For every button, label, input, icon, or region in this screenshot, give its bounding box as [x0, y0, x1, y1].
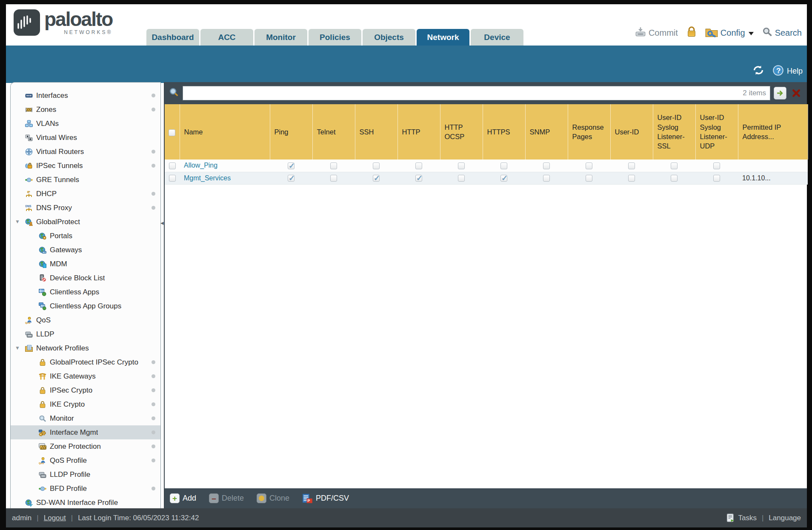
commit-button[interactable]: Commit [635, 27, 678, 39]
sidebar-item-network-profiles[interactable]: ▼Network Profiles [11, 341, 160, 355]
clone-button[interactable]: Clone [257, 493, 289, 503]
cell-checkbox-https [500, 162, 507, 169]
sidebar-item-dns-proxy[interactable]: DNSDNS Proxy [11, 201, 160, 215]
column-header-telnet[interactable]: Telnet [312, 104, 355, 160]
table-row: Mgmt_Services10.1.10... [165, 172, 808, 184]
sidebar-item-monitor[interactable]: Monitor [11, 411, 160, 425]
lock-icon [39, 400, 47, 408]
pdf-csv-button[interactable]: P PDF/CSV [302, 493, 349, 504]
column-header-name[interactable]: Name [180, 104, 270, 160]
sidebar-item-label: VLANs [36, 120, 59, 128]
sidebar-item-ipsec-crypto[interactable]: IPSec Crypto [11, 383, 160, 397]
sidebar-item-zone-protection[interactable]: Zone Protection [11, 439, 160, 453]
row-name-link[interactable]: Allow_Ping [184, 162, 217, 169]
help-icon[interactable]: ? [773, 65, 783, 78]
row-select-checkbox[interactable] [169, 175, 176, 182]
column-header-http[interactable]: HTTP [397, 104, 440, 160]
status-right: Tasks | Language [726, 513, 801, 523]
gre-tunnels-icon [25, 176, 33, 184]
sidebar-item-virtual-wires[interactable]: Virtual Wires [11, 131, 160, 145]
top-actions: Commit Config Search [626, 26, 802, 40]
status-user: admin [12, 514, 31, 522]
sidebar-item-lldp-profile[interactable]: LLDP Profile [11, 467, 160, 482]
select-all-checkbox[interactable] [169, 129, 175, 136]
collapse-sidebar-handle[interactable]: ◂ [160, 219, 164, 227]
sidebar-item-qos-profile[interactable]: QoSQoS Profile [11, 453, 160, 467]
sidebar-item-clientless-apps[interactable]: Clientless Apps [11, 285, 160, 299]
sidebar-item-dhcp[interactable]: IPDHCP [11, 187, 160, 201]
column-header-ssh[interactable]: SSH [355, 104, 397, 160]
row-select-checkbox[interactable] [169, 162, 176, 169]
sidebar-item-globalprotect-ipsec-crypto[interactable]: GlobalProtect IPSec Crypto [11, 355, 160, 369]
expander-triangle-icon[interactable]: ▼ [15, 345, 20, 351]
qos-profile-icon: QoS [39, 456, 47, 464]
sidebar-item-label: Interfaces [36, 91, 68, 100]
sidebar-item-lldp[interactable]: LLDP [11, 327, 160, 341]
language-label[interactable]: Language [769, 514, 801, 522]
sidebar-item-label: BFD Profile [50, 484, 87, 493]
column-header-permitted-ip-address-[interactable]: Permitted IP Address... [738, 104, 808, 160]
sidebar-item-dot [152, 150, 155, 154]
sidebar-item-interfaces[interactable]: Interfaces [11, 88, 160, 103]
tab-objects[interactable]: Objects [363, 29, 415, 46]
column-header-ping[interactable]: Ping [270, 104, 312, 160]
expander-triangle-icon[interactable]: ▼ [15, 219, 20, 225]
permitted-ip-cell: 10.1.10... [738, 172, 808, 184]
help-label[interactable]: Help [787, 67, 803, 76]
sidebar-item-dot [152, 487, 155, 490]
column-header-https[interactable]: HTTPS [483, 104, 525, 160]
monitor-icon [39, 414, 47, 422]
column-header-http-ocsp[interactable]: HTTP OCSP [440, 104, 483, 160]
status-bar: admin | Logout | Last Login Time: 06/05/… [6, 508, 807, 527]
search-button[interactable]: Search [762, 27, 802, 39]
tab-acc[interactable]: ACC [200, 29, 253, 46]
lock-icon [39, 358, 47, 366]
sidebar-item-label: IKE Crypto [50, 400, 85, 409]
sidebar-item-clientless-app-groups[interactable]: Clientless App Groups [11, 299, 160, 313]
tab-device[interactable]: Device [471, 29, 523, 46]
logout-link[interactable]: Logout [44, 514, 66, 522]
sidebar-item-interface-mgmt[interactable]: Interface Mgmt [11, 425, 160, 439]
tasks-label[interactable]: Tasks [738, 514, 756, 522]
cell-checkbox-telnet [330, 162, 337, 169]
interface-mgmt-icon [39, 428, 47, 436]
tab-policies[interactable]: Policies [309, 29, 361, 46]
sidebar-item-mdm[interactable]: MDM [11, 257, 160, 271]
column-header-response-pages[interactable]: Response Pages [568, 104, 610, 160]
refresh-icon[interactable] [752, 65, 764, 78]
sidebar-item-vlans[interactable]: VLANs [11, 117, 160, 131]
column-header-user-id-syslog-listener-udp[interactable]: User-ID Syslog Listener-UDP [695, 104, 738, 160]
sidebar-item-qos[interactable]: QoSQoS [11, 313, 160, 327]
sidebar-item-sd-wan-interface-profile[interactable]: SD-WAN Interface Profile [11, 496, 160, 508]
sidebar-item-ike-crypto[interactable]: IKE Crypto [11, 397, 160, 411]
row-name-link[interactable]: Mgmt_Services [184, 174, 231, 182]
sidebar-item-virtual-routers[interactable]: Virtual Routers [11, 145, 160, 159]
network-profiles-icon [25, 344, 33, 352]
tab-monitor[interactable]: Monitor [254, 29, 307, 46]
filter-input[interactable] [183, 86, 770, 100]
sidebar-item-gre-tunnels[interactable]: GRE Tunnels [11, 173, 160, 187]
apply-filter-button[interactable] [774, 87, 786, 100]
sdwan-icon [25, 499, 33, 507]
tab-network[interactable]: Network [417, 29, 469, 46]
sidebar-item-label: Zones [36, 105, 56, 114]
tab-dashboard[interactable]: Dashboard [146, 29, 199, 46]
sidebar-item-ike-gateways[interactable]: IKE Gateways [11, 369, 160, 383]
column-header-user-id-syslog-listener-ssl[interactable]: User-ID Syslog Listener-SSL [653, 104, 695, 160]
config-menu-button[interactable]: Config [705, 26, 754, 40]
sidebar-item-zones[interactable]: Zones [11, 103, 160, 117]
sidebar-item-bfd-profile[interactable]: BFD Profile [11, 482, 160, 496]
column-header-snmp[interactable]: SNMP [525, 104, 568, 160]
delete-label: Delete [222, 494, 244, 503]
sidebar-item-globalprotect[interactable]: ▼GlobalProtect [11, 215, 160, 229]
column-header-user-id[interactable]: User-ID [610, 104, 653, 160]
delete-button[interactable]: – Delete [209, 493, 244, 503]
lock-button[interactable] [686, 26, 697, 40]
mdm-icon [39, 260, 47, 268]
sidebar-item-ipsec-tunnels[interactable]: IPSec Tunnels [11, 159, 160, 173]
sidebar-item-portals[interactable]: Portals [11, 229, 160, 243]
clear-filter-button[interactable] [790, 87, 803, 100]
sidebar-item-gateways[interactable]: Gateways [11, 243, 160, 257]
add-button[interactable]: + Add [170, 493, 196, 503]
sidebar-item-device-block-list[interactable]: Device Block List [11, 271, 160, 285]
